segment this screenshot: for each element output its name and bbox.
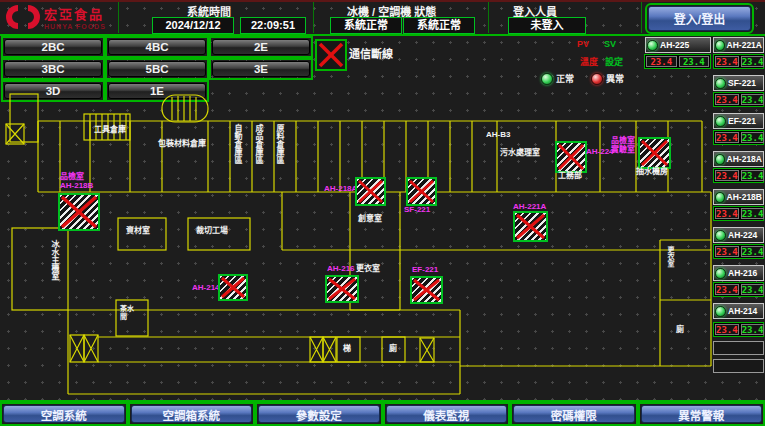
unit-led-icon [647,40,658,51]
ahu-status-icon[interactable] [638,137,671,169]
logo-subtitle: HUNYA FOODS [44,23,106,30]
unit-ah-221a[interactable]: AH-221A [713,37,764,53]
unit-led-icon [715,306,726,317]
unit-sv-value: 23.4 [741,324,765,335]
logo-title: 宏亞食品 [44,4,106,23]
ahu-marker-label: 品檢室 AH-218B [60,172,93,190]
nav-instrument-monitor-button[interactable]: 儀表監視 [386,405,508,423]
unit-ah-225-values: 23.4 23.4 [644,54,711,69]
floorplan-walls [0,36,712,400]
unit-ah-218a[interactable]: AH-218A [713,151,764,167]
time-display: 22:09:51 [240,17,306,34]
room-label: 更衣室 [666,246,675,267]
ahu-status-icon[interactable] [58,193,100,231]
room-label: 更衣室 [356,264,380,273]
ahu-status-icon[interactable] [513,211,548,242]
chiller-status-display: 系統正常 [330,17,402,34]
ahu-marker-room: 實驗室 [611,145,635,154]
login-logout-button[interactable]: 登入/登出 [648,6,751,31]
nav-ahu-system-button[interactable]: 空調箱系統 [131,405,253,423]
unit-name: AH-218B [727,192,762,202]
ahu-marker-id: AH-224 [586,147,614,156]
nav-password-permission-button[interactable]: 密碼權限 [513,405,635,423]
unit-sv-value: 23.4 [741,170,765,181]
ahu-marker-id: EF-221 [412,265,438,274]
ahu-status-icon[interactable] [410,276,443,304]
unit-sv-value: 23.4 [741,246,765,257]
unit-ah-218a-values: 23.4 23.4 [713,168,764,183]
unit-slot-empty [713,359,764,373]
room-label: 冰水主機室 [50,240,59,280]
ahu-marker-id: AH-218A [324,184,357,193]
unit-ah-218b[interactable]: AH-218B [713,189,764,205]
unit-pv-value: 23.4 [715,94,739,105]
header-divider [641,2,642,33]
unit-sv-value: 23.4 [741,94,765,105]
header-divider [118,2,119,33]
top-border [0,0,765,2]
header-divider [313,2,314,33]
ahu-marker-id: AH-216 [327,264,355,273]
unit-ef-221[interactable]: EF-221 [713,113,764,129]
nav-hvac-system-button[interactable]: 空調系統 [3,405,125,423]
unit-name: AH-224 [728,230,757,240]
unit-ah-225[interactable]: AH-225 [645,37,711,53]
room-label: 梯 [343,344,351,353]
unit-pv-value: 23.4 [715,284,739,295]
room-label: 原料倉庫區 [275,124,284,164]
room-label: 成品倉庫區 [254,124,263,164]
bottom-nav-bar: 空調系統 空調箱系統 參數設定 儀表監視 密碼權限 異常警報 [0,400,765,426]
unit-pv-value: 23.4 [715,132,739,143]
room-label: 廁 [389,344,397,353]
unit-sf-221[interactable]: SF-221 [713,75,764,91]
ahu-status-icon[interactable] [555,141,587,173]
room-label: 工具倉庫 [94,125,128,134]
header-divider [488,2,489,33]
login-status-display: 未登入 [508,17,586,34]
nav-parameter-settings-button[interactable]: 參數設定 [258,405,380,423]
unit-name: EF-221 [728,116,756,126]
date-display: 2024/12/12 [152,17,234,34]
unit-led-icon [715,230,726,241]
logo-icon [6,3,40,31]
unit-sv-value: 23.4 [741,284,765,295]
app-logo: 宏亞食品 HUNYA FOODS [6,3,106,31]
unit-sv-value: 23.4 [741,56,765,67]
unit-sv-value: 23.4 [741,132,765,143]
unit-ah-216[interactable]: AH-216 [713,265,764,281]
ahu-status-icon[interactable] [218,274,248,301]
unit-ah-224-values: 23.4 23.4 [713,244,764,259]
unit-pv-value: 23.4 [715,170,739,181]
room-label: 包裝材料倉庫 [158,139,206,148]
nav-alarm-button[interactable]: 異常警報 [641,405,763,423]
unit-ah-214[interactable]: AH-214 [713,303,764,319]
room-label: 資材室 [126,226,150,235]
ahu-marker-room: 品檢室 [60,172,93,181]
ahu-marker-room: 品檢室 [611,136,635,145]
unit-name: AH-225 [660,40,689,50]
unit-pv-value: 23.4 [715,324,739,335]
ahu-status-icon[interactable] [325,275,359,303]
ahu-marker-sub-label: 抽水機房 [636,167,668,176]
unit-ah-214-values: 23.4 23.4 [713,322,764,337]
unit-ah-224[interactable]: AH-224 [713,227,764,243]
unit-led-icon [715,78,726,89]
unit-ah-216-values: 23.4 23.4 [713,282,764,297]
ahu-marker-id: AH-218B [60,181,93,190]
ahu-status-icon[interactable] [355,177,386,206]
unit-sf-221-values: 23.4 23.4 [713,92,764,107]
unit-sv-value: 23.4 [679,56,710,67]
unit-led-icon [715,40,725,51]
unit-ah-221a-values: 23.4 23.4 [713,54,764,69]
unit-name: AH-214 [728,306,757,316]
unit-name: AH-218A [727,154,762,164]
ahu-status-icon[interactable] [406,177,437,206]
unit-pv-value: 23.4 [715,208,739,219]
unit-led-icon [715,154,725,165]
ahu-marker-sub-label: 工務部 [558,171,582,180]
room-label: 茶水間 [120,305,138,321]
unit-name: SF-221 [728,78,756,88]
unit-name: AH-216 [728,268,757,278]
unit-sv-value: 23.4 [741,208,765,219]
ahu-marker-id: AH-221A [513,202,546,211]
